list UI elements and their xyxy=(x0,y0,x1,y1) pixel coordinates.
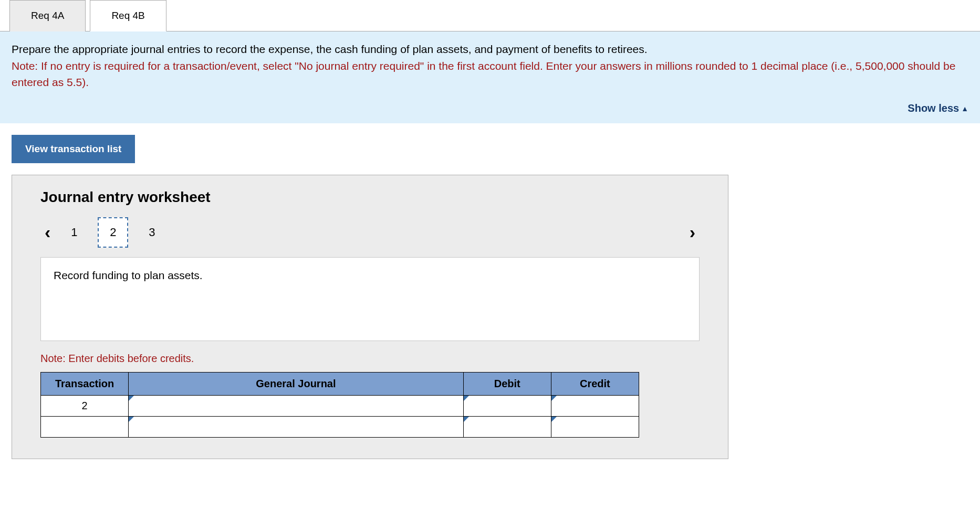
dropdown-marker-icon xyxy=(129,417,134,422)
instructions-note: Note: If no entry is required for a tran… xyxy=(12,60,955,89)
dropdown-marker-icon xyxy=(551,417,557,422)
th-debit: Debit xyxy=(463,372,551,395)
worksheet-title: Journal entry worksheet xyxy=(40,189,700,206)
journal-entry-table: Transaction General Journal Debit Credit… xyxy=(40,372,639,438)
page-2[interactable]: 2 xyxy=(98,217,128,248)
tab-req-4a[interactable]: Req 4A xyxy=(9,0,86,31)
dropdown-marker-icon xyxy=(464,396,469,401)
show-less-label: Show less xyxy=(908,102,959,114)
table-row: 2 xyxy=(41,395,639,416)
cell-transaction xyxy=(41,416,129,437)
th-transaction: Transaction xyxy=(41,372,129,395)
caret-up-icon: ▲ xyxy=(961,103,968,114)
debits-credits-note: Note: Enter debits before credits. xyxy=(40,353,700,365)
dropdown-marker-icon xyxy=(129,396,134,401)
instructions-panel: Prepare the appropriate journal entries … xyxy=(0,31,980,123)
th-general-journal: General Journal xyxy=(129,372,463,395)
th-credit: Credit xyxy=(551,372,639,395)
instructions-main: Prepare the appropriate journal entries … xyxy=(12,43,648,55)
cell-general-journal[interactable] xyxy=(129,395,463,416)
show-less-toggle[interactable]: Show less▲ xyxy=(12,100,968,116)
cell-credit[interactable] xyxy=(551,416,639,437)
dropdown-marker-icon xyxy=(464,417,469,422)
entry-description: Record funding to plan assets. xyxy=(40,257,700,341)
cell-credit[interactable] xyxy=(551,395,639,416)
cell-transaction: 2 xyxy=(41,395,129,416)
cell-general-journal[interactable] xyxy=(129,416,463,437)
prev-arrow-icon[interactable]: ‹ xyxy=(40,222,55,242)
page-1[interactable]: 1 xyxy=(59,218,89,247)
next-arrow-icon[interactable]: › xyxy=(685,222,700,242)
dropdown-marker-icon xyxy=(551,396,557,401)
tabs-bar: Req 4A Req 4B xyxy=(0,0,980,31)
cell-debit[interactable] xyxy=(463,395,551,416)
page-3[interactable]: 3 xyxy=(137,218,167,247)
pager: ‹ 1 2 3 › xyxy=(40,217,700,248)
table-row xyxy=(41,416,639,437)
view-transaction-list-button[interactable]: View transaction list xyxy=(12,135,135,163)
cell-debit[interactable] xyxy=(463,416,551,437)
worksheet-panel: Journal entry worksheet ‹ 1 2 3 › Record… xyxy=(12,175,728,459)
tab-req-4b[interactable]: Req 4B xyxy=(90,0,166,31)
